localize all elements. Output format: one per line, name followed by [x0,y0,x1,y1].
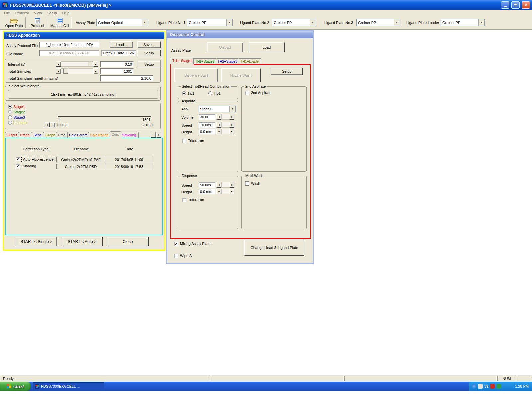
total-samples-spinner[interactable]: ◄ ► [56,68,98,74]
main-titlebar[interactable]: FDSS7000EX/uCELL <Fluo3(EMCCD) [384wells… [0,0,532,10]
tab-calc-range[interactable]: Calc.Range [89,132,110,138]
file-name-setup-button[interactable]: Setup [137,50,161,56]
fdss-titlebar[interactable]: FDSS Application [4,32,164,39]
tray-icon-alert[interactable] [490,384,495,389]
interval-value[interactable]: 0.10 [100,61,134,67]
timeline-right-button[interactable]: ► [50,122,55,127]
dropdown-icon[interactable]: ▼ [226,19,232,26]
shading-checkbox[interactable]: ✓ [16,164,20,168]
tab-th1-loader[interactable]: TH1+Loader [239,58,262,64]
tab-saveimg[interactable]: SaveImg. [121,132,139,138]
dispense-height-spinner[interactable]: ◄ ► [216,189,234,194]
dropdown-icon[interactable]: ▼ [394,19,400,26]
protocol-button[interactable]: Protocol [27,17,48,29]
spin-left-icon[interactable]: ◄ [216,114,221,120]
start-auto-button[interactable]: START < Auto > [62,237,103,246]
spin-right-icon[interactable]: ► [229,189,234,194]
dispense-speed-spinner[interactable]: ◄ ► [216,182,234,188]
dispense-height-value[interactable]: 0.0 mm [199,189,216,195]
tab-calc-param[interactable]: Calc.Param [67,132,89,138]
asp-stage-combo[interactable]: Stage1 ▼ [199,106,236,112]
menu-help[interactable]: Help [60,11,72,15]
tab-th1-stage1[interactable]: TH1+Stage1 [171,58,194,64]
tab-th2-stage3[interactable]: TH2+Stage3 [216,58,239,64]
ligand-plate-2-combo[interactable]: Greiner PP ▼ [272,19,316,26]
dispenser-titlebar[interactable]: Dispenser Control [167,31,313,38]
file-name-prefix[interactable]: Prefix + Date + S/N [101,50,136,56]
spin-left-icon[interactable]: ◄ [56,61,61,67]
dropdown-icon[interactable]: ▼ [229,106,235,112]
spin-right-icon[interactable]: ► [229,182,234,188]
load-plate-button[interactable]: Load [249,42,285,52]
ligand-plate-3-combo[interactable]: Greiner PP ▼ [356,19,400,26]
wipe-a-checkbox[interactable]: ✓ [174,254,178,258]
tab-th1-stage2[interactable]: TH1+Stage2 [193,58,216,64]
assay-plate-combo[interactable]: Greiner Optical ▼ [96,19,148,26]
tip1-radio-b[interactable] [208,91,212,95]
spin-right-icon[interactable]: ► [229,129,234,134]
second-aspirate-checkbox[interactable]: ✓ [245,91,249,95]
timeline-slider[interactable] [58,116,151,117]
dispenser-setup-button[interactable]: Setup [271,68,303,75]
menu-protocol[interactable]: Protocol [13,11,31,15]
start-single-button[interactable]: START < Single > [16,237,57,246]
maximize-button[interactable] [511,1,520,9]
clock[interactable]: 1:28 PM [515,384,529,388]
dispense-speed-value[interactable]: 50 ul/s [199,182,216,188]
spin-left-icon[interactable]: ◄ [56,68,61,74]
tab-corr[interactable]: Corr. [110,131,121,138]
tray-icon-status[interactable] [496,384,501,389]
manual-ctrl-button[interactable]: Manual Ctrl [48,17,71,29]
dropdown-icon[interactable]: ▼ [310,19,316,26]
close-dialog-button[interactable]: Close [107,237,149,246]
taskbar-item-fdss[interactable]: FDSS7000EX/uCELL ... [33,382,104,390]
tab-output[interactable]: Output [5,132,19,138]
tray-icon-updates[interactable] [472,384,476,389]
save-button[interactable]: Save... [137,41,161,48]
tab-graph[interactable]: Graph [44,132,57,138]
menu-setup[interactable]: Setup [45,11,60,15]
menu-file[interactable]: File [1,11,13,15]
volume-value[interactable]: 30 ul [199,114,216,120]
spin-left-icon[interactable]: ◄ [216,182,221,188]
change-head-ligand-plate-button[interactable]: Change Head & Ligand Plate [244,240,304,256]
spin-right-icon[interactable]: ► [229,114,234,120]
dropdown-icon[interactable]: ▼ [478,19,484,26]
tip1-radio-a[interactable] [182,91,186,95]
tab-scroll-left-button[interactable]: ◄ [151,132,156,138]
dispense-trituration-checkbox[interactable]: ✓ [182,198,186,202]
aspirate-trituration-checkbox[interactable]: ✓ [182,139,186,143]
spinner-thumb[interactable] [88,62,93,66]
tray-badge-v2[interactable]: V2 [484,385,488,388]
wash-checkbox[interactable]: ✓ [245,181,249,186]
menu-view[interactable]: View [31,11,45,15]
dropdown-icon[interactable]: ▼ [142,19,148,26]
spin-right-icon[interactable]: ► [93,68,98,74]
auto-fluorescence-checkbox[interactable]: ✓ [16,157,20,161]
open-data-button[interactable]: Open Data [2,17,26,29]
spinner-thumb[interactable] [63,69,68,74]
stage2-radio[interactable] [8,110,12,114]
spin-right-icon[interactable]: ► [93,61,98,67]
tab-scroll-right-button[interactable]: ► [156,132,161,138]
tab-proc[interactable]: Proc. [57,132,68,138]
ligand-plate-loader-combo[interactable]: Greiner PP ▼ [441,19,485,26]
spin-left-icon[interactable]: ◄ [216,129,221,134]
tab-prepa[interactable]: Prepa. [19,132,32,138]
aspirate-height-value[interactable]: 0.0 mm [199,129,216,135]
spin-left-icon[interactable]: ◄ [216,189,221,194]
interval-spinner[interactable]: ◄ ► [56,61,98,67]
aspirate-height-spinner[interactable]: ◄ ► [216,129,234,134]
stage1-radio[interactable] [8,105,12,109]
tray-icon-volume[interactable] [478,384,483,389]
mixing-assay-plate-checkbox[interactable]: ✓ [174,242,178,246]
aspirate-speed-spinner[interactable]: ◄ ► [216,122,234,128]
stage3-radio[interactable] [8,115,12,119]
close-button[interactable]: × [522,1,530,9]
interval-setup-button[interactable]: Setup [138,61,160,67]
total-samples-value[interactable]: 1301 [100,68,134,74]
load-button[interactable]: Load... [110,41,133,48]
tab-sens[interactable]: Sens. [32,132,44,138]
spin-left-icon[interactable]: ◄ [216,122,221,128]
timeline-left-button[interactable]: ◄ [45,122,50,127]
